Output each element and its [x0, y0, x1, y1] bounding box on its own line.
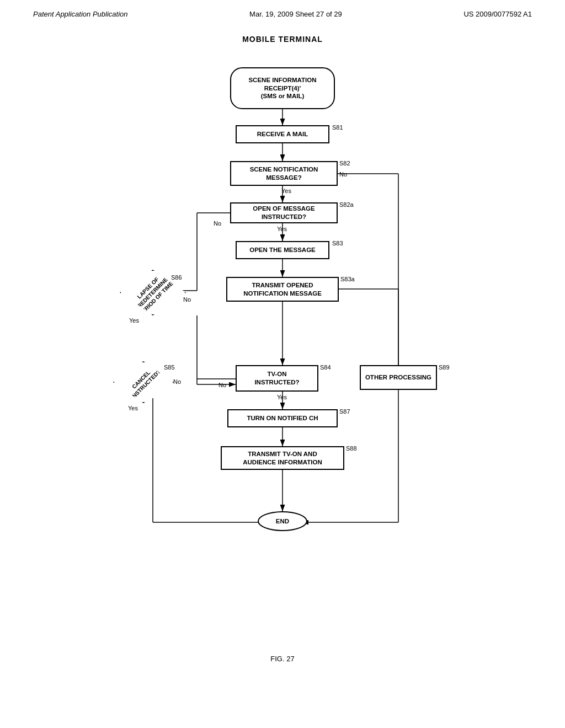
label-s82a: S82a [339, 201, 354, 208]
shape-s82-text: SCENE NOTIFICATIONMESSAGE? [250, 165, 318, 182]
shape-s82a: OPEN OF MESSAGEINSTRUCTED? [230, 202, 338, 223]
shape-end-text: END [276, 517, 289, 526]
label-s86: S86 [171, 274, 182, 281]
fig-caption: FIG. 27 [0, 655, 565, 663]
page: Patent Application Publication Mar. 19, … [0, 0, 565, 728]
label-s84: S84 [320, 364, 331, 371]
label-s82: S82 [339, 160, 350, 167]
shape-end: END [258, 511, 307, 531]
shape-s81: RECEIVE A MAIL [236, 125, 329, 143]
shape-s82a-text: OPEN OF MESSAGEINSTRUCTED? [253, 205, 315, 221]
diagram-area: MOBILE TERMINAL [0, 18, 565, 674]
shape-s89-text: OTHER PROCESSING [365, 373, 431, 382]
label-s83a: S83a [340, 276, 355, 282]
shape-s81-text: RECEIVE A MAIL [257, 130, 308, 138]
label-s88: S88 [346, 445, 357, 452]
shape-s86-text: LAPSE OFPREDETERMINEDPERIOD OF TIME? [129, 269, 177, 317]
label-s82a-no: No [214, 220, 221, 227]
shape-s83: OPEN THE MESSAGE [236, 241, 329, 259]
label-s83: S83 [332, 240, 343, 247]
shape-s83-text: OPEN THE MESSAGE [249, 246, 316, 254]
label-s84-yes: Yes [277, 394, 287, 400]
label-s86-no: No [183, 296, 191, 303]
shape-s84: TV-ONINSTRUCTED? [236, 365, 318, 392]
shape-s85-text: CANCELINSTRUCTED? [125, 364, 162, 401]
shape-s83a-text: TRANSMIT OPENEDNOTIFICATION MESSAGE [243, 281, 322, 298]
shape-s83a: TRANSMIT OPENEDNOTIFICATION MESSAGE [226, 277, 339, 302]
label-s87: S87 [339, 408, 350, 415]
shape-s88-text: TRANSMIT TV-ON ANDAUDIENCE INFORMATION [243, 450, 322, 467]
label-s85: S85 [164, 364, 175, 371]
header-right: US 2009/0077592 A1 [463, 10, 532, 18]
label-s82-no: No [339, 171, 347, 178]
shape-start-text: SCENE INFORMATIONRECEIPT(4)'(SMS or MAIL… [248, 76, 316, 101]
shape-s89: OTHER PROCESSING [360, 365, 437, 390]
shape-s84-text: TV-ONINSTRUCTED? [254, 370, 299, 387]
label-s81: S81 [332, 124, 343, 131]
page-header: Patent Application Publication Mar. 19, … [0, 0, 565, 18]
label-s89: S89 [439, 364, 450, 371]
shape-s88: TRANSMIT TV-ON ANDAUDIENCE INFORMATION [221, 446, 344, 470]
shape-s82: SCENE NOTIFICATIONMESSAGE? [230, 161, 338, 186]
label-s86-yes: Yes [129, 317, 139, 324]
label-s85-yes: Yes [128, 405, 138, 411]
label-s85-no: No [173, 378, 181, 385]
flowchart: SCENE INFORMATIONRECEIPT(4)'(SMS or MAIL… [89, 53, 476, 649]
header-left: Patent Application Publication [33, 10, 128, 18]
shape-s87-text: TURN ON NOTIFIED CH [247, 414, 318, 422]
label-s82a-yes: Yes [277, 226, 287, 232]
header-center: Mar. 19, 2009 Sheet 27 of 29 [249, 10, 342, 18]
shape-start: SCENE INFORMATIONRECEIPT(4)'(SMS or MAIL… [230, 67, 335, 109]
label-s82-yes: Yes [281, 188, 291, 194]
shape-s87: TURN ON NOTIFIED CH [227, 409, 338, 427]
label-s84-no: No [218, 382, 226, 388]
diagram-title: MOBILE TERMINAL [0, 35, 565, 44]
